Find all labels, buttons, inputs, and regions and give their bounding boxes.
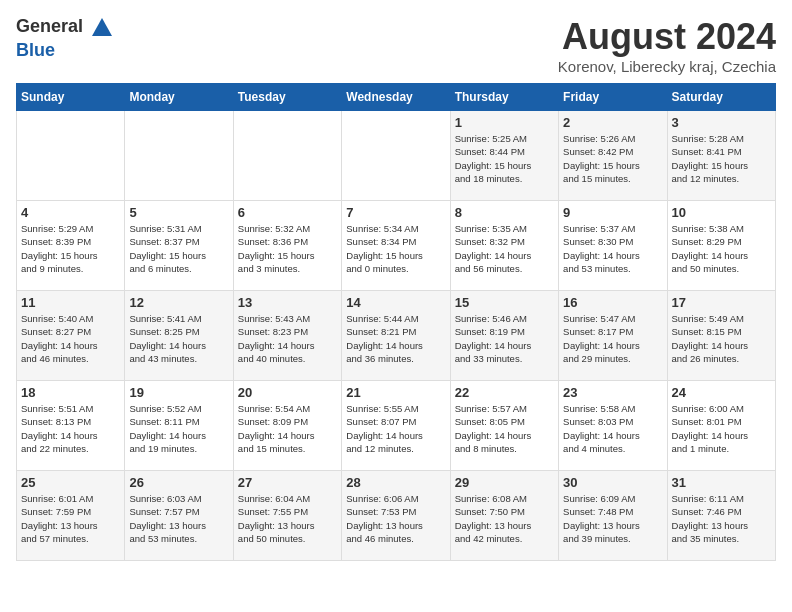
day-info: Sunrise: 5:38 AM Sunset: 8:29 PM Dayligh… <box>672 222 771 275</box>
calendar-cell <box>342 111 450 201</box>
location-subtitle: Korenov, Liberecky kraj, Czechia <box>558 58 776 75</box>
day-info: Sunrise: 5:35 AM Sunset: 8:32 PM Dayligh… <box>455 222 554 275</box>
day-info: Sunrise: 5:55 AM Sunset: 8:07 PM Dayligh… <box>346 402 445 455</box>
calendar-cell: 30Sunrise: 6:09 AM Sunset: 7:48 PM Dayli… <box>559 471 667 561</box>
calendar-cell: 8Sunrise: 5:35 AM Sunset: 8:32 PM Daylig… <box>450 201 558 291</box>
week-row-1: 1Sunrise: 5:25 AM Sunset: 8:44 PM Daylig… <box>17 111 776 201</box>
calendar-cell: 29Sunrise: 6:08 AM Sunset: 7:50 PM Dayli… <box>450 471 558 561</box>
page-header: General Blue August 2024 Korenov, Libere… <box>16 16 776 75</box>
calendar-cell: 11Sunrise: 5:40 AM Sunset: 8:27 PM Dayli… <box>17 291 125 381</box>
logo-icon <box>90 16 114 40</box>
calendar-cell: 20Sunrise: 5:54 AM Sunset: 8:09 PM Dayli… <box>233 381 341 471</box>
day-number: 22 <box>455 385 554 400</box>
day-info: Sunrise: 6:09 AM Sunset: 7:48 PM Dayligh… <box>563 492 662 545</box>
calendar-cell: 15Sunrise: 5:46 AM Sunset: 8:19 PM Dayli… <box>450 291 558 381</box>
day-number: 13 <box>238 295 337 310</box>
calendar-cell: 17Sunrise: 5:49 AM Sunset: 8:15 PM Dayli… <box>667 291 775 381</box>
day-info: Sunrise: 6:00 AM Sunset: 8:01 PM Dayligh… <box>672 402 771 455</box>
calendar-cell: 1Sunrise: 5:25 AM Sunset: 8:44 PM Daylig… <box>450 111 558 201</box>
day-info: Sunrise: 5:26 AM Sunset: 8:42 PM Dayligh… <box>563 132 662 185</box>
day-number: 8 <box>455 205 554 220</box>
week-row-3: 11Sunrise: 5:40 AM Sunset: 8:27 PM Dayli… <box>17 291 776 381</box>
day-number: 5 <box>129 205 228 220</box>
day-number: 20 <box>238 385 337 400</box>
day-number: 28 <box>346 475 445 490</box>
day-number: 25 <box>21 475 120 490</box>
day-number: 14 <box>346 295 445 310</box>
calendar-cell: 27Sunrise: 6:04 AM Sunset: 7:55 PM Dayli… <box>233 471 341 561</box>
day-info: Sunrise: 5:44 AM Sunset: 8:21 PM Dayligh… <box>346 312 445 365</box>
calendar-cell: 13Sunrise: 5:43 AM Sunset: 8:23 PM Dayli… <box>233 291 341 381</box>
calendar-cell: 19Sunrise: 5:52 AM Sunset: 8:11 PM Dayli… <box>125 381 233 471</box>
day-number: 3 <box>672 115 771 130</box>
calendar-cell: 14Sunrise: 5:44 AM Sunset: 8:21 PM Dayli… <box>342 291 450 381</box>
calendar-cell: 21Sunrise: 5:55 AM Sunset: 8:07 PM Dayli… <box>342 381 450 471</box>
calendar-cell: 6Sunrise: 5:32 AM Sunset: 8:36 PM Daylig… <box>233 201 341 291</box>
day-info: Sunrise: 5:54 AM Sunset: 8:09 PM Dayligh… <box>238 402 337 455</box>
day-number: 30 <box>563 475 662 490</box>
calendar-cell: 24Sunrise: 6:00 AM Sunset: 8:01 PM Dayli… <box>667 381 775 471</box>
day-info: Sunrise: 5:43 AM Sunset: 8:23 PM Dayligh… <box>238 312 337 365</box>
calendar-cell: 22Sunrise: 5:57 AM Sunset: 8:05 PM Dayli… <box>450 381 558 471</box>
day-info: Sunrise: 6:06 AM Sunset: 7:53 PM Dayligh… <box>346 492 445 545</box>
weekday-header-saturday: Saturday <box>667 84 775 111</box>
calendar-cell: 7Sunrise: 5:34 AM Sunset: 8:34 PM Daylig… <box>342 201 450 291</box>
day-info: Sunrise: 5:34 AM Sunset: 8:34 PM Dayligh… <box>346 222 445 275</box>
day-info: Sunrise: 5:32 AM Sunset: 8:36 PM Dayligh… <box>238 222 337 275</box>
week-row-2: 4Sunrise: 5:29 AM Sunset: 8:39 PM Daylig… <box>17 201 776 291</box>
day-info: Sunrise: 6:04 AM Sunset: 7:55 PM Dayligh… <box>238 492 337 545</box>
day-info: Sunrise: 6:11 AM Sunset: 7:46 PM Dayligh… <box>672 492 771 545</box>
day-number: 27 <box>238 475 337 490</box>
calendar-cell: 2Sunrise: 5:26 AM Sunset: 8:42 PM Daylig… <box>559 111 667 201</box>
day-info: Sunrise: 5:31 AM Sunset: 8:37 PM Dayligh… <box>129 222 228 275</box>
day-number: 19 <box>129 385 228 400</box>
day-info: Sunrise: 6:03 AM Sunset: 7:57 PM Dayligh… <box>129 492 228 545</box>
day-number: 1 <box>455 115 554 130</box>
day-info: Sunrise: 5:25 AM Sunset: 8:44 PM Dayligh… <box>455 132 554 185</box>
day-number: 9 <box>563 205 662 220</box>
svg-marker-0 <box>92 18 112 36</box>
day-info: Sunrise: 5:52 AM Sunset: 8:11 PM Dayligh… <box>129 402 228 455</box>
day-info: Sunrise: 5:40 AM Sunset: 8:27 PM Dayligh… <box>21 312 120 365</box>
calendar-table: SundayMondayTuesdayWednesdayThursdayFrid… <box>16 83 776 561</box>
weekday-header-sunday: Sunday <box>17 84 125 111</box>
weekday-header-row: SundayMondayTuesdayWednesdayThursdayFrid… <box>17 84 776 111</box>
calendar-cell: 12Sunrise: 5:41 AM Sunset: 8:25 PM Dayli… <box>125 291 233 381</box>
month-title: August 2024 <box>558 16 776 58</box>
day-number: 23 <box>563 385 662 400</box>
day-info: Sunrise: 5:49 AM Sunset: 8:15 PM Dayligh… <box>672 312 771 365</box>
weekday-header-friday: Friday <box>559 84 667 111</box>
day-info: Sunrise: 5:29 AM Sunset: 8:39 PM Dayligh… <box>21 222 120 275</box>
calendar-cell: 4Sunrise: 5:29 AM Sunset: 8:39 PM Daylig… <box>17 201 125 291</box>
day-number: 31 <box>672 475 771 490</box>
calendar-cell: 5Sunrise: 5:31 AM Sunset: 8:37 PM Daylig… <box>125 201 233 291</box>
day-number: 16 <box>563 295 662 310</box>
calendar-cell: 18Sunrise: 5:51 AM Sunset: 8:13 PM Dayli… <box>17 381 125 471</box>
calendar-cell <box>233 111 341 201</box>
title-section: August 2024 Korenov, Liberecky kraj, Cze… <box>558 16 776 75</box>
day-number: 26 <box>129 475 228 490</box>
calendar-cell: 26Sunrise: 6:03 AM Sunset: 7:57 PM Dayli… <box>125 471 233 561</box>
day-info: Sunrise: 5:57 AM Sunset: 8:05 PM Dayligh… <box>455 402 554 455</box>
calendar-cell: 3Sunrise: 5:28 AM Sunset: 8:41 PM Daylig… <box>667 111 775 201</box>
calendar-cell: 31Sunrise: 6:11 AM Sunset: 7:46 PM Dayli… <box>667 471 775 561</box>
day-number: 6 <box>238 205 337 220</box>
day-number: 7 <box>346 205 445 220</box>
calendar-cell: 16Sunrise: 5:47 AM Sunset: 8:17 PM Dayli… <box>559 291 667 381</box>
weekday-header-tuesday: Tuesday <box>233 84 341 111</box>
day-number: 21 <box>346 385 445 400</box>
day-info: Sunrise: 5:46 AM Sunset: 8:19 PM Dayligh… <box>455 312 554 365</box>
weekday-header-thursday: Thursday <box>450 84 558 111</box>
logo-general: General <box>16 16 83 36</box>
day-info: Sunrise: 5:47 AM Sunset: 8:17 PM Dayligh… <box>563 312 662 365</box>
day-info: Sunrise: 5:37 AM Sunset: 8:30 PM Dayligh… <box>563 222 662 275</box>
day-number: 24 <box>672 385 771 400</box>
calendar-cell: 28Sunrise: 6:06 AM Sunset: 7:53 PM Dayli… <box>342 471 450 561</box>
day-info: Sunrise: 5:58 AM Sunset: 8:03 PM Dayligh… <box>563 402 662 455</box>
day-info: Sunrise: 5:28 AM Sunset: 8:41 PM Dayligh… <box>672 132 771 185</box>
calendar-cell <box>17 111 125 201</box>
day-info: Sunrise: 5:51 AM Sunset: 8:13 PM Dayligh… <box>21 402 120 455</box>
day-number: 29 <box>455 475 554 490</box>
calendar-cell: 9Sunrise: 5:37 AM Sunset: 8:30 PM Daylig… <box>559 201 667 291</box>
day-number: 4 <box>21 205 120 220</box>
